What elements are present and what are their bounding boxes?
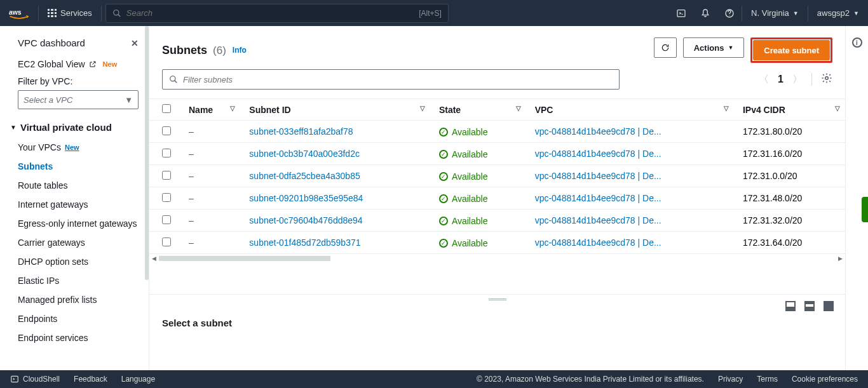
sidebar-group-vpc[interactable]: ▼ Virtual private cloud: [0, 117, 149, 138]
divider: [811, 73, 812, 86]
grid-icon: [48, 9, 57, 18]
sidebar-item-internet-gateways[interactable]: Internet gateways: [0, 195, 149, 214]
table-row[interactable]: –subnet-0cb3b740a00e3fd2c✓Availablevpc-0…: [149, 143, 845, 165]
svg-text:aws: aws: [9, 8, 22, 15]
vpc-link[interactable]: vpc-048814d1b4ee9cd78 | De...: [535, 215, 661, 225]
refresh-button[interactable]: [654, 37, 677, 58]
cell-state: ✓Available: [430, 210, 526, 232]
sidebar-item-carrier-gateways[interactable]: Carrier gateways: [0, 233, 149, 252]
table-row[interactable]: –subnet-033eff81afa2baf78✓Availablevpc-0…: [149, 121, 845, 143]
subnet-id-link[interactable]: subnet-0cb3b740a00e3fd2c: [249, 149, 360, 159]
notifications-icon-button[interactable]: [693, 0, 717, 26]
state-label: Available: [452, 149, 488, 159]
info-link[interactable]: Info: [233, 46, 247, 55]
sidebar-item-elastic-ips[interactable]: Elastic IPs: [0, 271, 149, 290]
scroll-left-icon[interactable]: ◀: [152, 255, 156, 262]
row-checkbox[interactable]: [162, 193, 171, 202]
filter-subnets-input-wrap[interactable]: [162, 69, 620, 90]
sidebar-item-label: DHCP option sets: [18, 257, 88, 267]
cell-name: –: [180, 187, 240, 210]
resize-handle[interactable]: [489, 298, 506, 300]
feedback-link[interactable]: Feedback: [74, 375, 107, 384]
cloudshell-icon-button[interactable]: [669, 0, 693, 26]
table-row[interactable]: –subnet-0c79604b476dd8e94✓Availablevpc-0…: [149, 210, 845, 232]
sidebar-item-managed-prefix-lists[interactable]: Managed prefix lists: [0, 290, 149, 309]
table-row[interactable]: –subnet-09201b98e35e95e84✓Availablevpc-0…: [149, 187, 845, 210]
info-panel-toggle[interactable]: i: [852, 37, 862, 48]
check-circle-icon: ✓: [439, 172, 448, 181]
search-input[interactable]: [126, 8, 419, 18]
actions-dropdown[interactable]: Actions ▼: [683, 37, 745, 58]
subnet-id-link[interactable]: subnet-033eff81afa2baf78: [249, 126, 353, 137]
prev-page-button[interactable]: 〈: [759, 73, 769, 86]
sidebar-item-your-vpcs[interactable]: Your VPCsNew: [0, 138, 149, 157]
sidebar-item-subnets[interactable]: Subnets: [0, 157, 149, 176]
settings-button[interactable]: [821, 72, 832, 86]
row-checkbox[interactable]: [162, 171, 171, 180]
row-checkbox[interactable]: [162, 215, 171, 224]
region-selector[interactable]: N. Virginia ▼: [742, 0, 808, 26]
sidebar-item-dhcp-option-sets[interactable]: DHCP option sets: [0, 252, 149, 271]
services-menu[interactable]: Services: [39, 8, 101, 18]
terms-link[interactable]: Terms: [757, 375, 778, 384]
vpc-link[interactable]: vpc-048814d1b4ee9cd78 | De...: [535, 193, 661, 203]
subnet-id-link[interactable]: subnet-09201b98e35e95e84: [249, 193, 363, 203]
select-all-checkbox[interactable]: [162, 104, 171, 113]
filter-subnets-input[interactable]: [183, 75, 613, 84]
subnet-id-link[interactable]: subnet-0dfa25cbea4a30b85: [249, 171, 360, 181]
layout-bottom-icon[interactable]: [785, 301, 796, 311]
row-checkbox[interactable]: [162, 237, 171, 246]
vpc-link[interactable]: vpc-048814d1b4ee9cd78 | De...: [535, 126, 661, 137]
sidebar-item-endpoint-services[interactable]: Endpoint services: [0, 328, 149, 347]
check-circle-icon: ✓: [439, 217, 448, 225]
table-row[interactable]: –subnet-01f485d72db59b371✓Availablevpc-0…: [149, 232, 845, 254]
ec2-global-view-link[interactable]: EC2 Global View: [0, 55, 149, 74]
sidebar-dashboard-link[interactable]: VPC dashboard: [18, 37, 85, 48]
count: (6): [213, 44, 226, 57]
language-link[interactable]: Language: [121, 375, 155, 384]
feedback-tab[interactable]: [862, 197, 868, 222]
sidebar: VPC dashboard ✕ EC2 Global View Filter b…: [0, 26, 149, 370]
sidebar-item-endpoints[interactable]: Endpoints: [0, 309, 149, 328]
cell-name: –: [180, 143, 240, 165]
table-row[interactable]: –subnet-0dfa25cbea4a30b85✓Availablevpc-0…: [149, 165, 845, 187]
sidebar-item-egress-only-internet-gateways[interactable]: Egress-only internet gateways: [0, 214, 149, 233]
column-header-state[interactable]: State▽: [430, 99, 526, 121]
vpc-link[interactable]: vpc-048814d1b4ee9cd78 | De...: [535, 237, 661, 248]
subnet-id-link[interactable]: subnet-0c79604b476dd8e94: [249, 215, 362, 225]
vpc-select-placeholder: Select a VPC: [24, 95, 72, 105]
scroll-thumb[interactable]: [159, 256, 330, 261]
vpc-filter-select[interactable]: Select a VPC ▼: [18, 90, 139, 109]
scroll-track[interactable]: [159, 256, 836, 261]
aws-logo[interactable]: aws: [0, 7, 38, 20]
vpc-link[interactable]: vpc-048814d1b4ee9cd78 | De...: [535, 171, 661, 181]
row-checkbox[interactable]: [162, 126, 171, 135]
help-icon-button[interactable]: [717, 0, 742, 26]
column-header-name[interactable]: Name▽: [180, 99, 240, 121]
column-header-ipv4-cidr[interactable]: IPv4 CIDR▽: [734, 99, 845, 121]
cookie-preferences-link[interactable]: Cookie preferences: [792, 375, 858, 384]
info-rail: i: [845, 26, 868, 370]
cell-name: –: [180, 232, 240, 254]
cell-vpc: vpc-048814d1b4ee9cd78 | De...: [526, 232, 734, 254]
vpc-link[interactable]: vpc-048814d1b4ee9cd78 | De...: [535, 149, 661, 159]
cell-state: ✓Available: [430, 187, 526, 210]
user-menu[interactable]: awsgsp2 ▼: [808, 0, 868, 26]
horizontal-scrollbar[interactable]: ◀ ▶: [149, 254, 845, 263]
cell-subnet-id: subnet-033eff81afa2baf78: [240, 121, 430, 143]
sidebar-item-route-tables[interactable]: Route tables: [0, 176, 149, 195]
layout-full-icon[interactable]: [824, 301, 834, 311]
privacy-link[interactable]: Privacy: [718, 375, 743, 384]
row-checkbox[interactable]: [162, 149, 171, 157]
layout-split-icon[interactable]: [804, 301, 815, 311]
sidebar-item-label: Managed prefix lists: [18, 295, 97, 305]
column-header-vpc[interactable]: VPC▽: [526, 99, 734, 121]
subnet-id-link[interactable]: subnet-01f485d72db59b371: [249, 237, 360, 248]
next-page-button[interactable]: 〉: [792, 73, 803, 86]
column-header-subnet-id[interactable]: Subnet ID▽: [240, 99, 430, 121]
create-subnet-button[interactable]: Create subnet: [753, 40, 830, 60]
close-sidebar-icon[interactable]: ✕: [131, 38, 139, 48]
cloudshell-link[interactable]: CloudShell: [10, 375, 60, 384]
global-search[interactable]: [Alt+S]: [105, 4, 449, 23]
scroll-right-icon[interactable]: ▶: [838, 255, 843, 262]
